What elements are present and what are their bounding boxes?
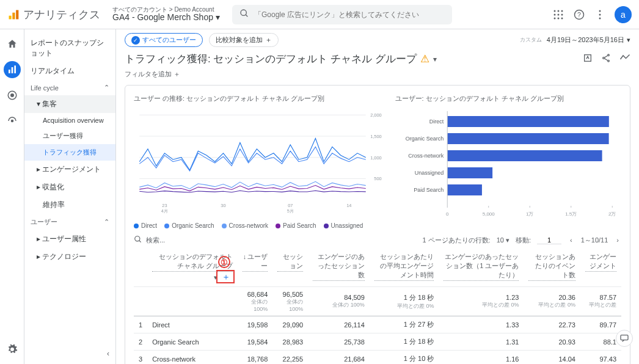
nav-engagement[interactable]: ▸ エンゲージメント — [24, 161, 115, 178]
report-nav: レポートのスナップショット リアルタイム Life cycle⌃ ▾ 集客 Ac… — [24, 29, 116, 364]
feedback-button[interactable] — [616, 330, 633, 347]
svg-text:0: 0 — [446, 211, 449, 217]
svg-point-66 — [135, 236, 140, 241]
chevron-up-icon: ⌃ — [104, 84, 109, 92]
gear-icon[interactable] — [4, 341, 21, 358]
help-icon[interactable]: ? — [573, 9, 585, 21]
insights-icon[interactable] — [619, 53, 630, 65]
col-eng-per-user[interactable]: エンゲージのあったセッション数（1 ユーザーあたり） — [444, 252, 519, 281]
search-bar[interactable] — [232, 5, 452, 24]
next-page-icon[interactable]: › — [614, 236, 621, 244]
svg-text:2,000: 2,000 — [370, 112, 382, 118]
goto-label: 移動: — [516, 236, 531, 245]
nav-acquisition[interactable]: ▾ 集客 — [24, 95, 115, 113]
svg-point-10 — [561, 13, 563, 15]
svg-point-27 — [603, 57, 605, 59]
nav-user-acq[interactable]: ユーザー獲得 — [24, 128, 115, 144]
segment-all-users[interactable]: ✓ すべてのユーザー — [125, 33, 203, 47]
table-row[interactable]: 1Direct19,59829,09026,1141 分 27 秒1.3322.… — [134, 316, 621, 333]
segment-toolbar: ✓ すべてのユーザー 比較対象を追加 ＋ カスタム 4月19日～2023年5月1… — [116, 29, 639, 51]
nav-rail — [0, 29, 24, 364]
prev-page-icon[interactable]: ‹ — [568, 236, 575, 244]
svg-rect-0 — [9, 15, 12, 19]
nav-user-section[interactable]: ユーザー⌃ — [24, 214, 115, 230]
line-chart-svg: 5001,0001,5002,000234月30075月14 — [134, 108, 383, 218]
table-row[interactable]: 3Cross-network18,76822,25521,6841 分 10 秒… — [134, 351, 621, 365]
svg-text:Paid Search: Paid Search — [414, 187, 444, 193]
legend-item[interactable]: Paid Search — [276, 222, 316, 229]
col-avg-eng-time[interactable]: セッションあたりの平均エンゲージメント時間 — [374, 252, 434, 281]
data-table: セッションのデフォルト チャネル グループ ▾ ＋ ユーザー セッション エンゲ… — [134, 249, 621, 364]
bar-chart-svg: DirectOrganic SearchCross-networkUnassig… — [395, 108, 621, 218]
avatar[interactable]: a — [615, 6, 632, 23]
col-users[interactable]: ユーザー — [243, 252, 268, 272]
nav-realtime[interactable]: リアルタイム — [24, 62, 115, 80]
add-filter[interactable]: フィルタを追加 ＋ — [125, 70, 180, 79]
nav-retention[interactable]: 維持率 — [24, 196, 115, 214]
rows-per-page-select[interactable]: 10 ▾ — [497, 236, 509, 244]
add-dimension-button[interactable]: ＋ — [219, 272, 233, 282]
nav-acq-overview[interactable]: Acquisition overview — [24, 113, 115, 128]
legend-item[interactable]: Direct — [134, 222, 157, 229]
ads-icon[interactable] — [4, 112, 21, 129]
collapse-sidebar-icon[interactable]: ‹ — [107, 349, 109, 358]
reports-icon[interactable] — [4, 61, 21, 78]
svg-text:Organic Search: Organic Search — [405, 136, 444, 142]
svg-text:1.5万: 1.5万 — [565, 211, 577, 217]
col-eng-rate[interactable]: エンゲージメント — [585, 252, 616, 272]
svg-rect-45 — [447, 116, 609, 127]
dimension-header[interactable]: セッションのデフォルト チャネル グループ — [152, 252, 233, 272]
svg-text:1,500: 1,500 — [370, 134, 382, 139]
svg-text:?: ? — [577, 10, 581, 18]
col-engaged[interactable]: エンゲージのあったセッション数 — [313, 252, 365, 281]
nav-lifecycle[interactable]: Life cycle⌃ — [24, 80, 115, 95]
chevron-up-icon: ⌃ — [104, 218, 109, 226]
legend-item[interactable]: Cross-network — [222, 222, 268, 229]
table-row[interactable]: 2Organic Search19,58428,98325,7381 分 18 … — [134, 333, 621, 351]
chevron-down-icon: ▾ — [216, 13, 220, 22]
add-comparison[interactable]: 比較対象を追加 ＋ — [209, 33, 279, 47]
nav-snapshot[interactable]: レポートのスナップショット — [24, 34, 115, 62]
date-range-picker[interactable]: カスタム 4月19日～2023年5月16日 ▾ — [520, 35, 630, 45]
nav-traffic-acq[interactable]: トラフィック獲得 — [24, 144, 115, 161]
svg-point-6 — [558, 10, 560, 12]
svg-point-16 — [599, 10, 601, 12]
property-picker[interactable]: すべてのアカウント > Demo Account GA4 - Google Me… — [112, 6, 220, 22]
search-input[interactable] — [254, 10, 445, 19]
svg-rect-19 — [9, 70, 10, 73]
svg-point-5 — [554, 10, 556, 12]
product-logo[interactable]: アナリティクス — [7, 7, 100, 22]
home-icon[interactable] — [4, 35, 21, 53]
legend-item[interactable]: Unassigned — [324, 222, 363, 229]
table-controls: 検索... 1 ページあたりの行数: 10 ▾ 移動: ‹ 1～10/11 › — [134, 229, 621, 249]
nav-user-attr[interactable]: ▸ ユーザー属性 — [24, 230, 115, 248]
page-title: トラフィック獲得: セッションのデフォルト チャネル グループ ⚠ ▾ — [125, 52, 437, 66]
search-icon — [239, 9, 249, 20]
col-events[interactable]: セッションあたりのイベント数 — [528, 252, 575, 281]
product-name: アナリティクス — [23, 7, 100, 22]
nav-tech[interactable]: ▸ テクノロジー — [24, 248, 115, 266]
filter-bar: フィルタを追加 ＋ — [116, 70, 639, 85]
chevron-down-icon[interactable]: ▾ — [433, 55, 437, 64]
table-search-label[interactable]: 検索... — [146, 236, 165, 245]
svg-text:5,000: 5,000 — [482, 211, 495, 217]
nav-monetization[interactable]: ▸ 収益化 — [24, 178, 115, 196]
search-icon — [134, 235, 142, 245]
svg-point-28 — [608, 60, 610, 62]
svg-rect-20 — [11, 67, 13, 73]
more-icon[interactable] — [594, 9, 606, 21]
svg-point-24 — [11, 120, 13, 122]
share-icon[interactable] — [601, 53, 611, 65]
legend-item[interactable]: Organic Search — [164, 222, 214, 229]
goto-input[interactable] — [537, 236, 561, 244]
apps-icon[interactable] — [552, 9, 564, 21]
svg-line-29 — [604, 56, 607, 57]
svg-text:2万: 2万 — [608, 211, 616, 217]
col-sessions[interactable]: セッション — [277, 252, 303, 272]
svg-text:Unassigned: Unassigned — [414, 170, 444, 176]
explore-icon[interactable] — [4, 87, 21, 104]
warning-icon[interactable]: ⚠ — [420, 53, 429, 65]
svg-text:4月: 4月 — [161, 208, 168, 214]
customize-icon[interactable] — [583, 53, 593, 65]
svg-line-67 — [139, 241, 141, 242]
